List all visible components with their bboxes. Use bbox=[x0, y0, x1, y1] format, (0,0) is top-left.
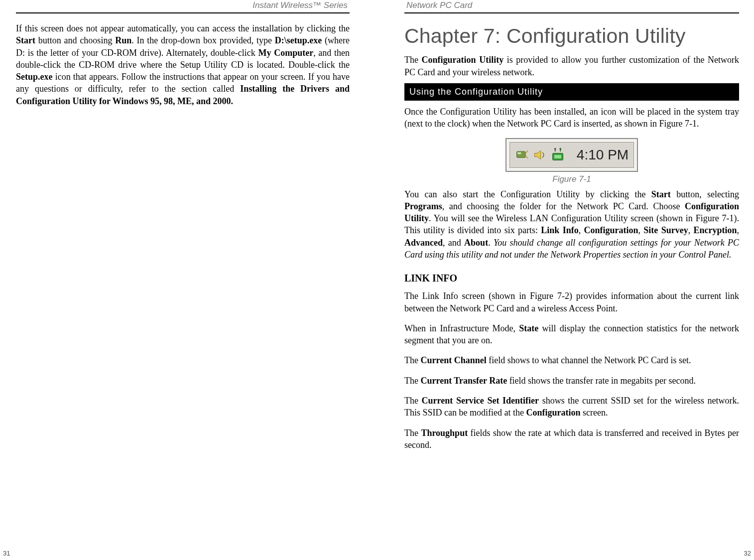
page-right: Network PC Card Chapter 7: Configuration… bbox=[377, 0, 754, 560]
text-bold: Start bbox=[16, 35, 35, 45]
document-spread: Instant Wireless™ Series If this screen … bbox=[0, 0, 754, 560]
text-bold: About bbox=[464, 238, 488, 248]
text: screen. bbox=[580, 408, 608, 418]
text: , bbox=[737, 225, 740, 235]
text-bold: Current Transfer Rate bbox=[420, 376, 507, 386]
text-bold: Current Channel bbox=[420, 355, 486, 365]
text-bold: My Computer bbox=[258, 48, 314, 58]
text-bold: Configuration bbox=[526, 408, 580, 418]
text-bold: Site Survey bbox=[643, 225, 688, 235]
body-paragraph: You can also start the Configuration Uti… bbox=[404, 188, 739, 261]
text: The bbox=[404, 355, 420, 365]
svg-point-4 bbox=[554, 148, 556, 150]
body-paragraph: Once the Configuration Utility has been … bbox=[404, 106, 739, 130]
text: The bbox=[404, 396, 422, 406]
text: . In the drop-down box provided, type bbox=[131, 35, 275, 45]
body-paragraph: When in Infrastructure Mode, State will … bbox=[404, 322, 739, 347]
volume-icon bbox=[533, 148, 547, 162]
tray-icon-group bbox=[515, 148, 565, 162]
text: , bbox=[579, 225, 584, 235]
text: field shows the transfer rate in megabit… bbox=[507, 376, 696, 386]
text: . bbox=[488, 238, 494, 248]
running-header-left: Instant Wireless™ Series bbox=[16, 0, 350, 12]
text-bold: Encryption bbox=[693, 225, 737, 235]
text: , bbox=[638, 225, 644, 235]
text-bold: Configuration bbox=[584, 225, 638, 235]
network-monitor-icon bbox=[551, 148, 565, 162]
text-bold: Throughput bbox=[421, 428, 468, 438]
text: field shows to what channel the Network … bbox=[487, 355, 691, 365]
running-header-right: Network PC Card bbox=[404, 0, 739, 12]
body-paragraph: The Current Transfer Rate field shows th… bbox=[404, 375, 739, 387]
figure-caption: Figure 7-1 bbox=[404, 174, 739, 185]
svg-rect-1 bbox=[517, 152, 521, 154]
svg-rect-3 bbox=[554, 155, 561, 158]
text: button, selecting bbox=[671, 189, 739, 199]
text: The bbox=[404, 55, 422, 65]
section-heading-bar: Using the Configuration Utility bbox=[404, 83, 739, 101]
text: When in Infrastructure Mode, bbox=[404, 323, 519, 333]
pc-card-icon bbox=[515, 148, 529, 162]
text: , bbox=[688, 225, 694, 235]
body-paragraph: The Throughput fields show the rate at w… bbox=[404, 427, 739, 451]
text-bold: Setup.exe bbox=[16, 72, 53, 82]
chapter-title: Chapter 7: Configuration Utility bbox=[404, 22, 739, 50]
body-paragraph: The Current Channel field shows to what … bbox=[404, 354, 739, 366]
text-bold: State bbox=[519, 323, 538, 333]
text-bold: Current Service Set Identifier bbox=[422, 396, 539, 406]
text: If this screen does not appear automatic… bbox=[16, 23, 350, 33]
page-number: 31 bbox=[3, 549, 10, 558]
systray-screenshot: 4:10 PM bbox=[505, 138, 638, 172]
page-number: 32 bbox=[744, 549, 751, 558]
header-rule bbox=[404, 12, 739, 13]
subheading-link-info: LINK INFO bbox=[404, 272, 739, 285]
text-bold: Run bbox=[115, 35, 131, 45]
svg-point-5 bbox=[559, 148, 561, 150]
text-bold: Link Info bbox=[541, 225, 578, 235]
text-bold: Configuration Utility bbox=[422, 55, 504, 65]
text-bold: D:\setup.exe bbox=[275, 35, 322, 45]
text-bold: Advanced bbox=[404, 238, 443, 248]
body-paragraph: The Current Service Set Identifier shows… bbox=[404, 395, 739, 419]
body-paragraph: The Link Info screen (shown in Figure 7-… bbox=[404, 290, 739, 314]
systray-inner: 4:10 PM bbox=[509, 142, 634, 168]
text-bold: Programs bbox=[404, 201, 442, 211]
text-bold: Start bbox=[651, 189, 671, 199]
header-rule bbox=[16, 12, 350, 13]
text: The bbox=[404, 428, 421, 438]
intro-paragraph: The Configuration Utility is provided to… bbox=[404, 54, 739, 78]
systray-clock: 4:10 PM bbox=[570, 145, 628, 164]
page-left: Instant Wireless™ Series If this screen … bbox=[0, 0, 377, 560]
text: , and choosing the folder for the Networ… bbox=[442, 201, 685, 211]
body-paragraph: If this screen does not appear automatic… bbox=[16, 22, 350, 107]
figure-7-1: 4:10 PM Figure 7-1 bbox=[404, 138, 739, 185]
text: , and bbox=[443, 238, 464, 248]
text: button and choosing bbox=[35, 35, 115, 45]
text: You can also start the Configuration Uti… bbox=[404, 189, 651, 199]
text: The bbox=[404, 376, 420, 386]
